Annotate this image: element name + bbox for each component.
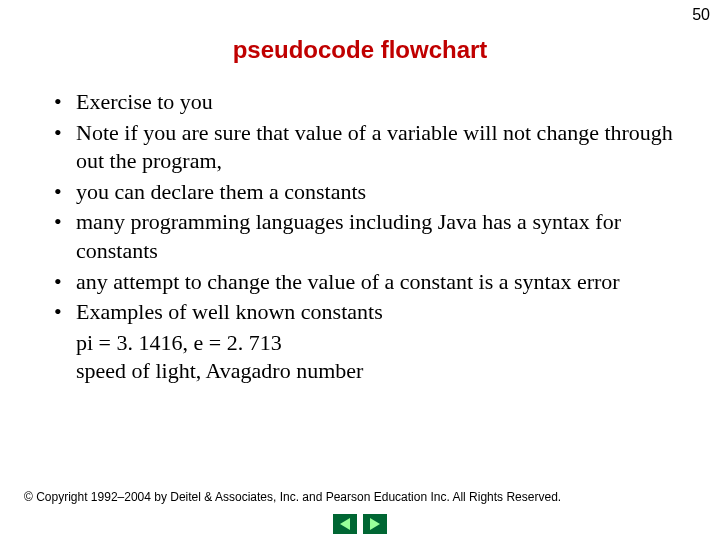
next-button[interactable] [363, 514, 387, 534]
prev-button[interactable] [333, 514, 357, 534]
list-item: many programming languages including Jav… [48, 208, 680, 265]
list-item: Exercise to you [48, 88, 680, 117]
arrow-right-icon [370, 518, 380, 530]
list-item: any attempt to change the value of a con… [48, 268, 680, 297]
list-item: Note if you are sure that value of a var… [48, 119, 680, 176]
content-area: Exercise to you Note if you are sure tha… [48, 88, 680, 386]
page-number: 50 [692, 6, 710, 24]
bullet-list: Exercise to you Note if you are sure tha… [48, 88, 680, 327]
nav-controls [333, 514, 387, 534]
list-item: you can declare them a constants [48, 178, 680, 207]
sub-line: speed of light, Avagadro number [48, 357, 680, 386]
slide-title: pseudocode flowchart [0, 36, 720, 64]
arrow-left-icon [340, 518, 350, 530]
copyright-text: © Copyright 1992–2004 by Deitel & Associ… [24, 490, 561, 504]
list-item: Examples of well known constants [48, 298, 680, 327]
sub-line: pi = 3. 1416, e = 2. 713 [48, 329, 680, 358]
